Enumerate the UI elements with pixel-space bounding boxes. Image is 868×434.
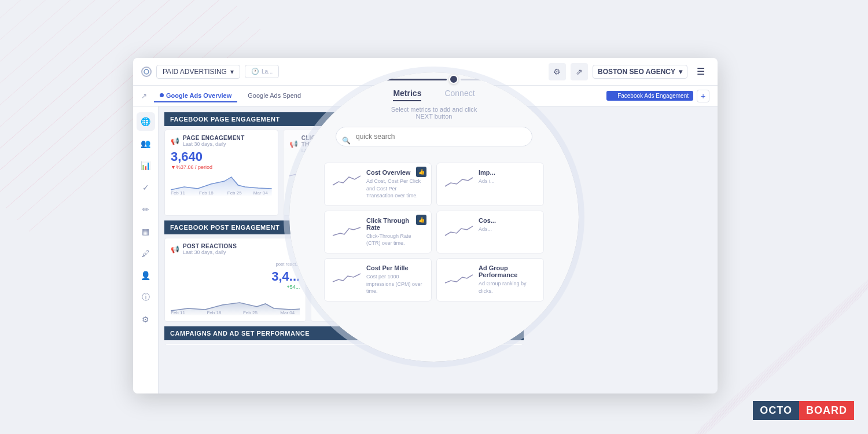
modal-search-wrap: 🔍 — [336, 127, 532, 155]
sidebar-icon-user[interactable]: 👤 — [137, 266, 155, 285]
modal-tabs: Metrics Connect — [393, 89, 475, 101]
post-reactions-chart: Feb 11 Feb 18 Feb 25 Mar 04 — [171, 292, 300, 315]
sidebar-icon-settings[interactable]: ⚙ — [137, 310, 155, 329]
widget-title: POST REACTIONS — [183, 243, 237, 249]
widget-subtitle: Last 30 days, daily — [183, 249, 237, 255]
tab-google-ads-spend[interactable]: Google Ads Spend — [242, 90, 307, 102]
widget-post-reactions: 📢 POST REACTIONS Last 30 days, daily pos… — [164, 238, 306, 322]
metric-desc: Cost per 1000 impressions (CPM) over tim… — [366, 273, 424, 295]
metric-name: Cos... — [479, 217, 536, 224]
svg-line-20 — [712, 214, 868, 417]
widget-change: +54... — [171, 284, 300, 290]
sidebar-icon-table[interactable]: ▦ — [137, 222, 155, 241]
page-engagement-chart: Feb 11 Feb 18 Feb 25 Mar 04 — [171, 172, 272, 196]
sidebar-icon-pen[interactable]: ✏ — [137, 200, 155, 219]
metric-name: Cost Per Mille — [366, 264, 424, 271]
megaphone-icon: 📢 — [171, 137, 179, 145]
tab-connect[interactable]: Connect — [444, 89, 475, 101]
metric-thumb-cost2 — [444, 217, 473, 238]
sidebar-icon-pencil2[interactable]: 🖊 — [137, 244, 155, 263]
paid-advertising-dropdown[interactable]: PAID ADVERTISING ▾ — [156, 65, 240, 79]
chevron-down-icon: ▾ — [230, 68, 234, 76]
paid-icon — [141, 67, 152, 77]
nav-right-controls: ⚙ ⇗ BOSTON SEO AGENCY ▾ ☰ — [549, 63, 709, 80]
metric-name: Cost Overview — [366, 169, 424, 176]
octoboard-branding: OCTO BOARD — [753, 401, 854, 420]
brand-octo: OCTO — [753, 401, 799, 420]
engagement-badge: Facebook Ads Engagement — [606, 91, 693, 101]
metric-item-cost2[interactable]: Cos... Ads... — [436, 211, 544, 253]
chart-label-mid1: Feb 18 — [199, 190, 214, 196]
metric-name: Ad Group Performance — [479, 264, 536, 278]
left-sidebar: 🌐 👥 📊 ✓ ✏ ▦ 🖊 👤 ⓘ ⚙ — [133, 106, 159, 393]
agency-dropdown[interactable]: BOSTON SEO AGENCY ▾ — [593, 65, 687, 79]
megaphone-icon-4: 📢 — [171, 245, 179, 253]
metric-desc: Click-Through Rate (CTR) over time. — [366, 233, 424, 247]
chart-label-end: Mar 04 — [253, 190, 268, 196]
metric-desc: Ads... — [479, 226, 536, 233]
widget-change: ▼%37.06 / period — [171, 164, 272, 170]
widget-title: PAGE ENGAGEMENT — [183, 135, 245, 141]
clock-icon: 🕐 — [251, 68, 259, 75]
add-tab-button[interactable]: + — [697, 90, 709, 102]
widget-subtitle: Last 30 days, daily — [183, 141, 245, 147]
tab-right: Facebook Ads Engagement + — [606, 90, 709, 102]
tab-active-dot — [160, 93, 164, 97]
metric-desc: Ad Cost, Cost Per Click and Cost Per Tra… — [366, 178, 424, 200]
chevron-down-icon: ▾ — [679, 68, 682, 76]
tab-home-icon: ↗ — [141, 92, 147, 100]
svg-line-11 — [0, 0, 133, 104]
metric-like-icon: 👍 — [416, 167, 426, 177]
svg-line-10 — [0, 0, 145, 116]
metric-item-ctr[interactable]: Click Through Rate Click-Through Rate (C… — [324, 211, 432, 253]
chart-label-mid2: Feb 25 — [227, 190, 242, 196]
metric-name: Click Through Rate — [366, 217, 424, 231]
metric-item-cpm[interactable]: Cost Per Mille Cost per 1000 impressions… — [324, 258, 432, 301]
metric-thumb-impressions — [444, 169, 473, 190]
svg-point-21 — [144, 69, 149, 74]
tab-metrics[interactable]: Metrics — [393, 89, 421, 101]
date-dropdown[interactable]: 🕐 La... — [245, 65, 279, 78]
widget-value: 3,4... — [171, 269, 300, 284]
chart-label-start: Feb 11 — [171, 190, 185, 196]
modal-inner: Metrics Connect Select metrics to add an… — [289, 72, 579, 362]
chart-label: Feb 25 — [243, 310, 258, 315]
sidebar-icon-users[interactable]: 👥 — [137, 134, 155, 153]
metric-thumb-ctr — [332, 217, 361, 238]
metric-thumb-ad-group — [444, 264, 473, 285]
brand-board: BOARD — [799, 401, 854, 420]
metric-thumb-cost-overview — [332, 169, 361, 190]
metric-search-input[interactable] — [336, 127, 532, 146]
share-icon-btn[interactable]: ⇗ — [571, 63, 588, 80]
metrics-grid: Cost Overview Ad Cost, Cost Per Click an… — [324, 163, 544, 301]
metrics-modal: Metrics Connect Select metrics to add an… — [289, 72, 579, 362]
sidebar-icon-chart[interactable]: 📊 — [137, 156, 155, 175]
search-icon: 🔍 — [342, 137, 351, 145]
svg-line-19 — [700, 226, 868, 428]
post-label: post react... — [275, 262, 300, 267]
chart-label: Feb 18 — [207, 310, 221, 315]
sidebar-icon-check[interactable]: ✓ — [137, 178, 155, 197]
metric-item-cost-overview[interactable]: Cost Overview Ad Cost, Cost Per Click an… — [324, 163, 432, 206]
metric-item-ad-group[interactable]: Ad Group Performance Ad Group ranking by… — [436, 258, 544, 301]
metric-like-icon-2: 👍 — [416, 215, 426, 225]
tab-google-ads-overview[interactable]: Google Ads Overview — [154, 90, 237, 102]
metric-thumb-cpm — [332, 264, 361, 285]
modal-subtitle: Select metrics to add and click NEXT but… — [391, 106, 477, 120]
metric-item-impressions[interactable]: Imp... Ads i... — [436, 163, 544, 206]
metric-desc: Ad Group ranking by clicks. — [479, 280, 536, 295]
sidebar-icon-globe[interactable]: 🌐 — [137, 112, 155, 131]
chart-label: Feb 11 — [171, 310, 185, 315]
megaphone-icon-2: 📢 — [289, 140, 298, 148]
chart-label: Mar 04 — [280, 310, 295, 315]
metric-desc: Ads i... — [479, 178, 536, 185]
widget-value: 3,640 — [171, 149, 272, 164]
settings-icon-btn[interactable]: ⚙ — [549, 63, 566, 80]
badge-dot — [611, 94, 615, 98]
metric-name: Imp... — [479, 169, 536, 176]
sidebar-icon-info[interactable]: ⓘ — [137, 288, 155, 307]
hamburger-menu[interactable]: ☰ — [692, 63, 709, 80]
widget-page-engagement: 📢 PAGE ENGAGEMENT Last 30 days, daily 3,… — [164, 130, 278, 216]
